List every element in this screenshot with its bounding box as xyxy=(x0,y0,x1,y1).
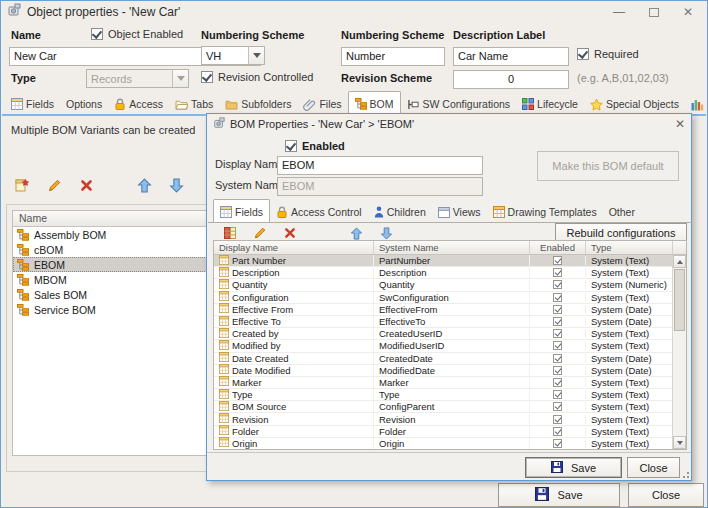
numbering-scheme2-input[interactable] xyxy=(341,47,445,66)
dialog-close-button[interactable]: Close xyxy=(627,457,680,478)
tab-options[interactable]: Options xyxy=(60,93,108,115)
col-type[interactable]: Type xyxy=(586,241,673,254)
revision-scheme-input[interactable] xyxy=(453,70,569,89)
col-enabled[interactable]: Enabled xyxy=(530,241,586,254)
tab-tabs[interactable]: Tabs xyxy=(169,93,219,115)
main-save-button[interactable]: Save xyxy=(498,483,620,507)
field-row[interactable]: Revision Revision System (Text) xyxy=(214,413,686,425)
enabled-checkbox-icon[interactable] xyxy=(553,256,562,265)
folder-open-icon xyxy=(175,99,188,110)
enabled-checkbox-icon[interactable] xyxy=(553,293,562,302)
field-row[interactable]: Marker Marker System (Text) xyxy=(214,377,686,389)
field-row[interactable]: Description Description System (Text) xyxy=(214,267,686,279)
tab-fields[interactable]: Fields xyxy=(213,199,270,223)
field-table-icon xyxy=(219,376,229,388)
table-icon xyxy=(11,98,23,110)
edit-bom-button[interactable] xyxy=(43,176,65,194)
tab-access[interactable]: Access xyxy=(108,93,169,115)
close-icon[interactable]: ✕ xyxy=(683,6,693,18)
chart-icon xyxy=(691,98,704,111)
enabled-checkbox-icon[interactable] xyxy=(553,402,562,411)
lock-icon xyxy=(276,206,288,219)
enabled-checkbox-icon[interactable] xyxy=(553,378,562,387)
numbering-scheme-combo[interactable] xyxy=(201,46,265,65)
close-icon[interactable]: ✕ xyxy=(675,118,685,130)
enabled-checkbox-icon[interactable] xyxy=(553,366,562,375)
tab-subfolders[interactable]: Subfolders xyxy=(219,93,297,115)
dialog-save-button[interactable]: Save xyxy=(525,457,622,478)
window-title: Object properties - 'New Car' xyxy=(27,5,180,19)
enabled-checkbox[interactable]: Enabled xyxy=(285,140,345,152)
tab-fields[interactable]: Fields xyxy=(5,93,60,115)
required-checkbox[interactable]: Required xyxy=(577,48,639,60)
main-close-button[interactable]: Close xyxy=(628,483,704,507)
chevron-down-icon[interactable] xyxy=(248,47,264,64)
tab-lifecycle[interactable]: Lifecycle xyxy=(516,93,584,115)
field-table-icon xyxy=(219,291,229,303)
enabled-checkbox-icon[interactable] xyxy=(553,341,562,350)
delete-bom-button[interactable] xyxy=(75,176,97,194)
col-display-name[interactable]: Display Name xyxy=(214,241,374,254)
tab-sw-configurations[interactable]: SW Configurations xyxy=(401,93,517,115)
field-row[interactable]: Origin Origin System (Text) xyxy=(214,438,686,450)
tab-views[interactable]: Views xyxy=(432,201,487,223)
scrollbar-thumb[interactable] xyxy=(674,269,685,331)
field-row[interactable]: BOM Source ConfigParent System (Text) xyxy=(214,401,686,413)
tab-bom[interactable]: BOM xyxy=(348,91,401,115)
revision-controlled-checkbox[interactable]: Revision Controlled xyxy=(201,71,313,83)
maximize-icon[interactable] xyxy=(649,8,659,17)
enabled-checkbox-icon[interactable] xyxy=(553,415,562,424)
tab-files[interactable]: Files xyxy=(297,93,347,115)
system-name-label: System Name xyxy=(215,179,284,191)
chevron-down-icon xyxy=(172,70,188,87)
tab-drawing-templates[interactable]: Drawing Templates xyxy=(487,201,603,223)
enabled-checkbox-icon[interactable] xyxy=(553,439,562,448)
field-row[interactable]: Modified by ModifiedUserID System (Text) xyxy=(214,340,686,352)
enabled-checkbox-icon[interactable] xyxy=(553,317,562,326)
bom-list-toolbar xyxy=(11,176,187,194)
vertical-scrollbar[interactable] xyxy=(672,255,686,449)
bom-tree-icon xyxy=(17,244,29,256)
enabled-checkbox-icon[interactable] xyxy=(553,390,562,399)
field-row[interactable]: Effective From EffectiveFrom System (Dat… xyxy=(214,304,686,316)
object-enabled-checkbox[interactable]: Object Enabled xyxy=(91,28,183,40)
dialog-tab-strip: Fields Access Control Children Views Dra… xyxy=(213,200,687,223)
star-icon xyxy=(590,98,603,111)
move-down-button[interactable] xyxy=(165,176,187,194)
system-name-input xyxy=(277,177,483,196)
display-name-input[interactable] xyxy=(277,156,483,175)
tab-children[interactable]: Children xyxy=(368,201,432,223)
fields-table-header: Display Name System Name Enabled Type xyxy=(214,241,686,255)
dialog-titlebar: BOM Properties - 'New Car' > 'EBOM' ✕ xyxy=(207,114,691,134)
col-system-name[interactable]: System Name xyxy=(374,241,530,254)
enabled-checkbox-icon[interactable] xyxy=(553,268,562,277)
scroll-up-icon[interactable] xyxy=(673,255,686,268)
folder-icon xyxy=(225,99,238,110)
enabled-checkbox-icon[interactable] xyxy=(553,280,562,289)
add-bom-button[interactable] xyxy=(11,176,33,194)
main-tab-strip: Fields Options Access Tabs Subfolders Fi… xyxy=(5,91,705,115)
field-row[interactable]: Effective To EffectiveTo System (Date) xyxy=(214,316,686,328)
enabled-checkbox-icon[interactable] xyxy=(553,329,562,338)
field-row[interactable]: Type Type System (Text) xyxy=(214,389,686,401)
field-row[interactable]: Date Modified ModifiedDate System (Date) xyxy=(214,365,686,377)
description-label-input[interactable] xyxy=(453,47,569,66)
scroll-down-icon[interactable] xyxy=(673,436,686,449)
field-row[interactable]: Date Created CreatedDate System (Date) xyxy=(214,353,686,365)
field-row[interactable]: Created by CreatedUserID System (Text) xyxy=(214,328,686,340)
tab-chart[interactable] xyxy=(685,93,708,115)
enabled-checkbox-icon[interactable] xyxy=(553,354,562,363)
tab-other[interactable]: Other xyxy=(603,201,641,223)
field-row[interactable]: Quantity Quantity System (Numeric) xyxy=(214,279,686,291)
field-row[interactable]: Folder Folder System (Text) xyxy=(214,426,686,438)
move-up-button[interactable] xyxy=(133,176,155,194)
minimize-icon[interactable]: — xyxy=(613,6,625,18)
enabled-checkbox-icon[interactable] xyxy=(553,305,562,314)
lifecycle-icon xyxy=(522,98,534,110)
resize-grip[interactable] xyxy=(681,470,689,478)
tab-special-objects[interactable]: Special Objects xyxy=(584,93,685,115)
enabled-checkbox-icon[interactable] xyxy=(553,427,562,436)
field-row[interactable]: Part Number PartNumber System (Text) xyxy=(214,255,686,267)
tab-access-control[interactable]: Access Control xyxy=(270,201,368,223)
field-row[interactable]: Configuration SwConfiguration System (Te… xyxy=(214,292,686,304)
